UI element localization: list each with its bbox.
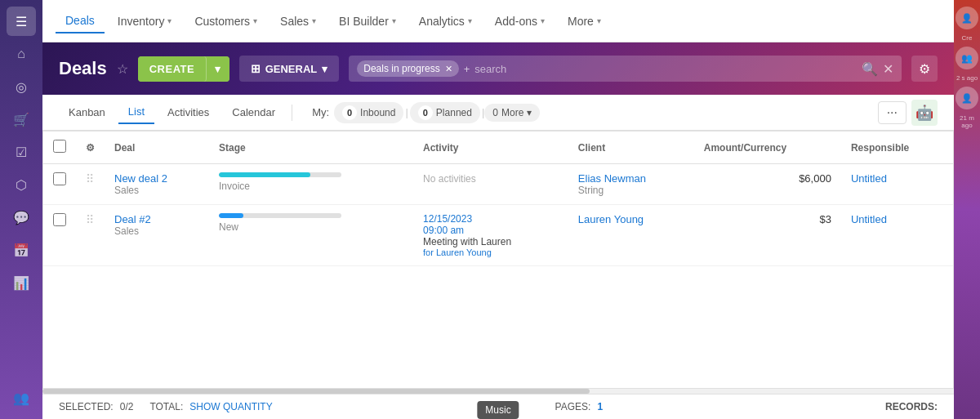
inbound-filter-chip[interactable]: 0 Inbound [334,102,403,123]
column-settings-icon[interactable]: ⚙ [86,142,95,154]
selected-count: 0/2 [120,401,134,412]
favorite-icon[interactable]: ☆ [117,61,128,77]
deals-header-row: Deals ☆ CREATE ▾ ⊞ GENERAL ▾ Deals in pr… [59,56,938,82]
row1-client-cell: Elias Newman String [568,164,694,205]
right-icon-2[interactable]: 👥 [956,47,978,69]
nav-more[interactable]: More ▾ [558,10,611,33]
deals-in-progress-chip[interactable]: Deals in progress ✕ [357,60,458,77]
row2-activity-for-person[interactable]: Lauren Young [436,247,492,257]
nav-sales[interactable]: Sales ▾ [270,10,326,33]
avatar-1: 👤 [956,7,978,29]
row1-checkbox-cell [43,164,76,205]
customers-chevron-icon: ▾ [253,16,257,25]
right-icon-1[interactable]: 👤 [956,7,978,29]
create-dropdown-button[interactable]: ▾ [207,56,229,82]
row1-stage-bar-wrapper: Invoice [219,172,403,192]
more-options-button[interactable]: ··· [878,101,906,124]
people-icon[interactable]: 👥 [7,383,36,412]
music-tooltip: Music [477,401,519,419]
top-nav: Deals Inventory ▾ Customers ▾ Sales ▾ BI… [42,0,954,42]
row2-deal-name[interactable]: Deal #2 [114,213,199,225]
nav-bi-builder[interactable]: BI Builder ▾ [329,10,406,33]
row1-no-activities: No activities [423,173,476,185]
search-icon[interactable]: 🔍 [862,61,878,77]
col-activity: Activity [413,131,568,164]
report-icon[interactable]: 📊 [7,268,36,297]
analytics-chevron-icon: ▾ [468,16,472,25]
sub-nav: Kanban List Activities Calendar My: 0 In… [42,95,954,131]
show-quantity-link[interactable]: SHOW QUANTITY [189,401,272,412]
my-filter-group: My: 0 Inbound | 0 Planned | 0 More ▾ [305,101,540,123]
row2-checkbox[interactable] [53,213,66,226]
row1-checkbox[interactable] [53,172,66,185]
search-input[interactable]: search [474,63,857,75]
row2-stage-bar-fill [219,213,243,218]
row2-stage-cell: New [209,205,413,266]
page-title: Deals [59,58,107,79]
tab-kanban[interactable]: Kanban [59,101,115,123]
target-icon[interactable]: ◎ [7,72,36,101]
subnav-divider [292,105,292,121]
row1-client-name[interactable]: Elias Newman [578,172,684,185]
puzzle-icon[interactable]: ⬡ [7,170,36,199]
row2-client-name[interactable]: Lauren Young [578,213,684,225]
cart-icon[interactable]: 🛒 [7,105,36,134]
table-row: ⠿ Deal #2 Sales New [43,205,953,266]
row2-deal-cell: Deal #2 Sales [105,205,209,266]
settings-button[interactable]: ⚙ [911,56,938,82]
right-icon-3[interactable]: 👤 [956,87,978,109]
row1-stage-bar [219,172,341,177]
tab-activities[interactable]: Activities [158,101,219,123]
clear-search-icon[interactable]: ✕ [883,61,893,77]
pages-label: PAGES: [555,401,591,412]
row2-drag-handle[interactable]: ⠿ [86,213,94,226]
addons-chevron-icon: ▾ [541,16,545,25]
row1-drag-handle[interactable]: ⠿ [86,172,94,185]
right-label-3: 21 m ago [954,114,980,129]
nav-addons[interactable]: Add-ons ▾ [485,10,555,33]
tab-calendar[interactable]: Calendar [222,101,285,123]
more-filter-chip[interactable]: 0 More ▾ [484,104,540,122]
nav-analytics[interactable]: Analytics ▾ [409,10,482,33]
select-all-checkbox[interactable] [53,140,66,153]
col-client: Client [568,131,694,164]
home-icon[interactable]: ⌂ [7,39,36,69]
nav-customers[interactable]: Customers ▾ [185,10,267,33]
automation-button[interactable]: 🤖 [911,100,938,126]
calendar-icon[interactable]: 📅 [7,235,36,265]
create-button-wrapper: CREATE ▾ [138,56,229,82]
row1-stage-cell: Invoice [209,164,413,205]
more-filter-chevron-icon: ▾ [527,107,532,118]
group-avatar: 👥 [956,47,978,69]
pages-value: 1 [597,401,603,412]
row2-responsible-cell: Untitled [841,205,953,266]
general-filter-button[interactable]: ⊞ GENERAL ▾ [239,56,340,82]
right-label-2: 2 s ago [956,74,978,82]
row2-deal-sub: Sales [114,225,199,237]
row1-deal-name[interactable]: New deal 2 [114,172,199,185]
planned-filter-chip[interactable]: 0 Planned [410,102,480,123]
chip-close-icon[interactable]: ✕ [445,64,452,74]
tab-list[interactable]: List [118,100,154,124]
chat-icon[interactable]: 💬 [7,203,36,232]
row1-responsible[interactable]: Untitled [851,172,887,185]
row1-deal-cell: New deal 2 Sales [105,164,209,205]
row1-amount: $6,000 [704,172,831,185]
inventory-chevron-icon: ▾ [167,16,172,25]
row2-responsible[interactable]: Untitled [851,213,887,225]
tasks-icon[interactable]: ☑ [7,137,36,167]
row2-stage-bar-wrapper: New [219,213,403,233]
avatar-3: 👤 [956,87,978,109]
add-filter-icon[interactable]: + [464,63,470,75]
total-label: TOTAL: [149,401,183,412]
row1-drag-cell: ⠿ [76,164,105,205]
row1-activity-cell: No activities [413,164,568,205]
nav-deals[interactable]: Deals [56,9,105,33]
create-button[interactable]: CREATE [138,56,207,82]
row2-amount-cell: $3 [694,205,841,266]
subnav-right-actions: ··· 🤖 [878,100,938,126]
row2-activity-date: 12/15/2023 09:00 am [423,213,559,236]
menu-icon[interactable]: ☰ [7,7,36,36]
nav-inventory[interactable]: Inventory ▾ [108,10,182,33]
right-label-1: Cre [962,34,973,42]
